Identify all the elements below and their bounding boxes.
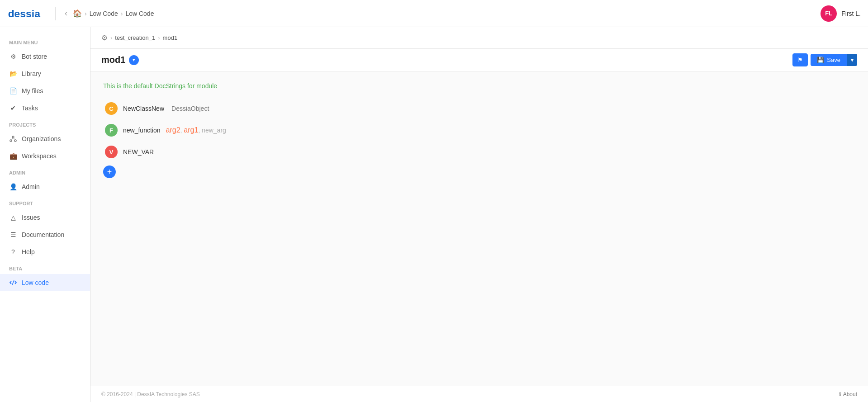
low-code-icon bbox=[9, 279, 17, 287]
svg-line-5 bbox=[13, 138, 15, 140]
back-button[interactable]: ‹ bbox=[63, 7, 69, 20]
main-menu-label: Main menu bbox=[0, 34, 90, 48]
help-icon: ? bbox=[9, 248, 17, 256]
svg-point-2 bbox=[10, 140, 12, 142]
tasks-icon: ✔ bbox=[9, 104, 17, 112]
main-layout: Main menu ⚙ Bot store 📂 Library 📄 My fil… bbox=[0, 27, 868, 402]
content-area: ⚙ › test_creation_1 › mod1 mod1 ▾ ⚑ 💾 Sa… bbox=[90, 27, 868, 402]
function-name: new_function bbox=[123, 127, 161, 134]
sidebar-label-organizations: Organizations bbox=[22, 135, 61, 142]
sidebar-item-my-files[interactable]: 📄 My files bbox=[0, 82, 90, 99]
footer-about[interactable]: ℹ About bbox=[839, 391, 857, 397]
svg-text:dessia: dessia bbox=[8, 8, 41, 19]
sidebar-item-library[interactable]: 📂 Library bbox=[0, 65, 90, 82]
topbar-left: dessia ‹ 🏠 › Low Code › Low Code bbox=[7, 5, 154, 22]
topbar: dessia ‹ 🏠 › Low Code › Low Code FL Firs… bbox=[0, 0, 868, 27]
save-caret-button[interactable]: ▾ bbox=[847, 54, 857, 66]
sidebar-item-low-code[interactable]: Low code bbox=[0, 274, 90, 291]
breadcrumb: 🏠 › Low Code › Low Code bbox=[73, 9, 154, 18]
arg2: arg2 bbox=[166, 126, 180, 134]
docs-icon: ☰ bbox=[9, 231, 17, 239]
sidebar: Main menu ⚙ Bot store 📂 Library 📄 My fil… bbox=[0, 27, 90, 402]
sidebar-item-issues[interactable]: △ Issues bbox=[0, 209, 90, 226]
save-btn-group: 💾 Save ▾ bbox=[811, 54, 857, 66]
action-bar: mod1 ▾ ⚑ 💾 Save ▾ bbox=[90, 49, 868, 71]
save-label: Save bbox=[827, 57, 840, 63]
sidebar-label-workspaces: Workspaces bbox=[22, 152, 57, 160]
user-name: First L. bbox=[841, 10, 861, 17]
flag-icon: ⚑ bbox=[797, 57, 803, 63]
function-badge: F bbox=[105, 124, 118, 137]
my-files-icon: 📄 bbox=[9, 87, 17, 95]
sidebar-item-admin[interactable]: 👤 Admin bbox=[0, 178, 90, 195]
svg-point-3 bbox=[14, 140, 16, 142]
breadcrumb-settings-icon: ⚙ bbox=[101, 33, 108, 42]
library-icon: 📂 bbox=[9, 70, 17, 78]
breadcrumb-sep-1: › bbox=[85, 10, 87, 17]
issues-icon: △ bbox=[9, 213, 17, 222]
sidebar-label-admin: Admin bbox=[22, 183, 40, 190]
add-item-button[interactable]: + bbox=[103, 166, 116, 178]
class-item[interactable]: C NewClassNew DessiaObject bbox=[103, 99, 855, 118]
org-icon bbox=[9, 135, 17, 143]
save-icon: 💾 bbox=[817, 57, 824, 63]
sub-breadcrumb: ⚙ › test_creation_1 › mod1 bbox=[90, 27, 868, 49]
module-content: This is the default DocStrings for modul… bbox=[90, 71, 868, 386]
topbar-right: FL First L. bbox=[821, 5, 861, 22]
footer: © 2016-2024 | DessIA Technologies SAS ℹ … bbox=[90, 386, 868, 402]
info-icon: ℹ bbox=[839, 391, 841, 397]
about-label: About bbox=[843, 391, 857, 397]
module-dropdown-btn[interactable]: ▾ bbox=[129, 55, 139, 65]
docstring: This is the default DocStrings for modul… bbox=[103, 82, 855, 90]
class-parent: DessiaObject bbox=[171, 105, 209, 112]
svg-point-1 bbox=[12, 136, 14, 138]
home-icon[interactable]: 🏠 bbox=[73, 9, 82, 18]
logo: dessia bbox=[7, 5, 48, 22]
sub-breadcrumb-sep2: › bbox=[158, 34, 160, 41]
variable-badge: V bbox=[105, 146, 118, 158]
action-buttons: ⚑ 💾 Save ▾ bbox=[792, 53, 857, 66]
class-name: NewClassNew bbox=[123, 105, 164, 112]
avatar[interactable]: FL bbox=[821, 5, 837, 22]
class-badge: C bbox=[105, 102, 118, 115]
admin-label: Admin bbox=[0, 165, 90, 178]
sidebar-label-my-files: My files bbox=[22, 87, 43, 95]
sub-breadcrumb-test[interactable]: test_creation_1 bbox=[115, 34, 155, 41]
sidebar-label-documentation: Documentation bbox=[22, 231, 64, 238]
flag-button[interactable]: ⚑ bbox=[792, 53, 808, 66]
sidebar-label-low-code: Low code bbox=[22, 279, 49, 286]
breadcrumb-sep-2: › bbox=[121, 10, 123, 17]
sidebar-label-tasks: Tasks bbox=[22, 104, 38, 112]
variable-item[interactable]: V NEW_VAR bbox=[103, 142, 855, 162]
divider bbox=[55, 7, 56, 20]
admin-icon: 👤 bbox=[9, 183, 17, 191]
svg-line-4 bbox=[11, 138, 13, 140]
function-item[interactable]: F new_function arg2, arg1, new_arg bbox=[103, 120, 855, 140]
variable-name: NEW_VAR bbox=[123, 148, 154, 156]
breadcrumb-lowcode-1[interactable]: Low Code bbox=[90, 10, 118, 17]
bot-store-icon: ⚙ bbox=[9, 52, 17, 61]
breadcrumb-lowcode-2[interactable]: Low Code bbox=[125, 10, 154, 17]
sidebar-item-help[interactable]: ? Help bbox=[0, 243, 90, 260]
arg1: arg1 bbox=[184, 126, 198, 134]
workspaces-icon: 💼 bbox=[9, 152, 17, 160]
function-args: arg2, arg1, new_arg bbox=[166, 126, 226, 134]
save-button[interactable]: 💾 Save bbox=[811, 54, 847, 66]
sidebar-label-issues: Issues bbox=[22, 214, 40, 221]
sidebar-item-tasks[interactable]: ✔ Tasks bbox=[0, 99, 90, 117]
module-title: mod1 bbox=[101, 55, 125, 65]
sidebar-item-workspaces[interactable]: 💼 Workspaces bbox=[0, 147, 90, 165]
sidebar-label-library: Library bbox=[22, 70, 41, 77]
sub-breadcrumb-mod[interactable]: mod1 bbox=[163, 34, 178, 41]
sidebar-item-documentation[interactable]: ☰ Documentation bbox=[0, 226, 90, 243]
footer-copyright: © 2016-2024 | DessIA Technologies SAS bbox=[101, 391, 200, 397]
beta-label: Beta bbox=[0, 260, 90, 274]
sidebar-label-help: Help bbox=[22, 248, 35, 255]
sidebar-item-bot-store[interactable]: ⚙ Bot store bbox=[0, 48, 90, 65]
sidebar-label-bot-store: Bot store bbox=[22, 53, 47, 60]
sub-breadcrumb-sep1: › bbox=[110, 34, 112, 41]
sidebar-item-organizations[interactable]: Organizations bbox=[0, 130, 90, 147]
new-arg: , new_arg bbox=[198, 127, 226, 134]
support-label: Support bbox=[0, 195, 90, 209]
svg-line-6 bbox=[12, 280, 14, 285]
